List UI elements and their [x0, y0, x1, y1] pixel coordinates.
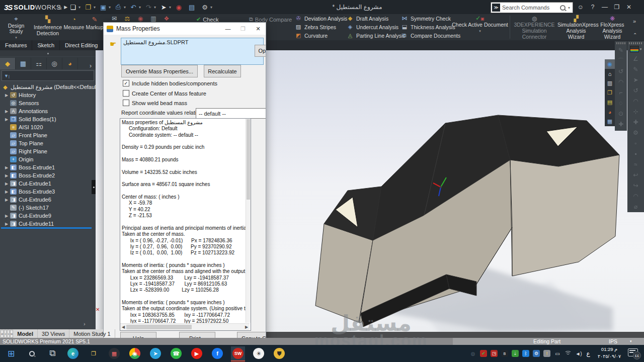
sw-running-icon[interactable]: ✔ [479, 349, 488, 357]
apply-scene-icon[interactable]: ◕ [393, 50, 404, 51]
appearance-swatch-button[interactable]: ▾ [627, 46, 644, 52]
telegram-icon[interactable]: ➤ [148, 346, 163, 360]
tree-filter-input[interactable]: ▼| [2, 70, 94, 81]
mass-properties-icon[interactable]: ⚖ [121, 15, 134, 22]
antivirus-shield-icon[interactable]: ⛊ [272, 346, 286, 360]
sensor-icon[interactable]: ◉ [134, 15, 147, 22]
bluetooth-icon[interactable]: ᛒ [522, 349, 530, 357]
undo-icon-caret[interactable]: ▾ [139, 5, 141, 10]
right-toolbar-a-button-5[interactable]: ◌ [615, 98, 627, 109]
section-view-icon[interactable]: ◫ [322, 50, 332, 51]
results-horizontal-scrollbar[interactable]: ◀ ▶ [120, 323, 250, 330]
new-file-icon-caret[interactable]: ▾ [78, 5, 80, 10]
tree-item-sensors[interactable]: ◎Sensors [4, 99, 39, 107]
file-explorer-tab[interactable]: ❐ [605, 88, 615, 98]
tab-direct-editing[interactable]: Direct Editing [60, 40, 103, 50]
view-orientation-icon[interactable]: ▣ [342, 50, 352, 51]
displaymanager-tab[interactable]: ◕ [62, 58, 78, 69]
rollback-bar[interactable] [1, 227, 92, 229]
expand-arrow-icon[interactable]: ▶ [4, 222, 9, 226]
right-toolbar-a-button-6[interactable]: ⊙ [615, 109, 627, 119]
print-icon[interactable]: ⎙ [112, 2, 125, 12]
right-toolbar-b-button-6[interactable]: ✚ [627, 117, 644, 128]
3dexperience-connector-button[interactable]: ◍ 3DEXPERIENCE Simulation Connector [512, 16, 556, 40]
scrollbar-thumb[interactable] [126, 325, 192, 329]
chrome-icon[interactable]: ◉ [128, 346, 142, 360]
ribbon-overflow-button[interactable]: » [633, 18, 636, 24]
view-palette-tab[interactable]: ▤ [605, 98, 615, 107]
expand-arrow-icon[interactable]: ▶ [4, 109, 9, 114]
settings-tray-icon[interactable]: ⚙ [532, 349, 540, 357]
right-toolbar-b-button-8[interactable]: ▫ [627, 138, 644, 149]
tree-item-cut-extrude6[interactable]: ▶◨Cut-Extrude6 [4, 196, 51, 204]
file-properties-icon[interactable]: ▤ [185, 2, 198, 12]
tree-item-origin[interactable]: +Origin [4, 155, 33, 163]
performance-evaluation-icon[interactable]: ▥ [147, 15, 160, 22]
tree-item-boss-extrude2[interactable]: ▶◧Boss-Extrude2 [4, 171, 55, 179]
right-toolbar-b-button-14[interactable]: ⌀ [627, 202, 644, 212]
task-view-button[interactable]: ⧉ [45, 346, 59, 360]
right-toolbar-a-button-2[interactable]: ↺ [615, 66, 627, 77]
right-toolbar-b-button-0[interactable]: ∠ [627, 54, 644, 64]
recalculate-button[interactable]: Recalculate [204, 65, 241, 77]
check-active-document-button[interactable]: ✓▣ Check Active Document ▾ [452, 15, 508, 33]
window-minimize-button[interactable]: — [599, 1, 611, 13]
save-icon[interactable]: ▣ [97, 2, 110, 12]
ribbon-item-curvature[interactable]: ◩Curvature [294, 32, 347, 39]
tree-item-annotations[interactable]: ▶AAnnotations [4, 107, 48, 115]
chatgpt-icon[interactable]: ✳ [252, 346, 266, 360]
right-toolbar-b-button-5[interactable]: ⊹ [627, 107, 644, 117]
right-toolbar-b-button-4[interactable]: ◠ [627, 96, 644, 107]
dialog-close-button[interactable]: ✕ [251, 23, 266, 34]
ribbon-item-draft-analysis[interactable]: ◆Draft Analysis [346, 15, 405, 22]
tree-item-top-plane[interactable]: ▱Top Plane [4, 139, 43, 147]
include-hidden-bodies-checkbox[interactable]: ✓Include hidden bodies/components [123, 80, 217, 86]
expand-arrow-icon[interactable]: ▶ [4, 214, 9, 218]
tree-item-boss-extrude1[interactable]: ▶◧Boss-Extrude1 [4, 163, 55, 171]
right-toolbar-a-button-3[interactable]: ◠ [615, 77, 627, 87]
window-restore-button[interactable]: ❐ [611, 1, 623, 13]
view-settings-icon[interactable]: ▭ [407, 50, 417, 51]
floxpress-wizard-button[interactable]: ❋ FloXpress Analysis Wizard [596, 16, 629, 40]
zoom-to-fit-icon[interactable]: ⊕ [292, 50, 302, 51]
results-vertical-scrollbar[interactable] [246, 119, 251, 323]
taskbar-search[interactable] [25, 346, 39, 360]
interference-detection-button[interactable]: ▚ Interference Detection [32, 14, 63, 40]
expand-arrow-icon[interactable]: ▶ [4, 117, 9, 122]
right-toolbar-b-button-1[interactable]: ✎ [627, 64, 644, 75]
file-explorer-icon[interactable]: ❐ [87, 346, 101, 360]
view-tab-3d-views[interactable]: 3D Views [38, 329, 69, 338]
design-study-button[interactable]: ⌖ Design Study▾ [1, 14, 31, 40]
curvature-comb-icon[interactable]: ❖ [160, 15, 173, 22]
units-indicator[interactable]: IPS [609, 338, 617, 344]
help-icon[interactable]: ? [587, 1, 599, 13]
tree-item-boss-extrude3[interactable]: ▶◧Boss-Extrude3 [4, 188, 55, 196]
panel-splitter[interactable] [0, 50, 96, 56]
redo-icon[interactable]: ↷ [142, 2, 155, 12]
options-gear-icon[interactable]: ⚙ [198, 2, 211, 12]
expand-arrow-icon[interactable]: ▶ [4, 93, 9, 98]
markup-ribbon-button[interactable]: ✎ Markup [85, 14, 105, 40]
redo-icon-caret[interactable]: ▾ [154, 5, 156, 10]
options-button[interactable]: Options... [255, 45, 266, 57]
right-toolbar-b-button-2[interactable]: ➤ [627, 75, 644, 85]
dimxpert-tab[interactable]: ◎ [47, 58, 62, 69]
youtube-icon[interactable]: ▶ [190, 346, 204, 360]
right-toolbar-b-button-7[interactable]: ⚙ [627, 128, 644, 138]
hide-show-items-icon[interactable]: ◔ [368, 50, 378, 51]
save-icon-caret[interactable]: ▾ [109, 5, 111, 10]
taskbar-clock[interactable]: 01:29 م ٢٠٢٥/٠٩/٠٧ [595, 346, 623, 361]
measure-button[interactable]: ◔ Measure [64, 14, 84, 40]
right-toolbar-b-button-11[interactable]: ↩ [627, 170, 644, 180]
previous-view-icon[interactable]: ↶ [312, 50, 322, 51]
configurationmanager-tab[interactable]: ⚏ [31, 58, 47, 69]
expand-arrow-icon[interactable]: ▶ [4, 173, 9, 178]
right-toolbar-a-button-4[interactable]: ⌐ [615, 87, 627, 98]
rebuild-traffic-light-icon[interactable]: ◉ [172, 2, 185, 12]
start-button[interactable]: ⊞ [4, 346, 18, 360]
search-icon[interactable] [560, 5, 566, 11]
propertymanager-tab[interactable]: ▦ [16, 58, 31, 69]
appearances-scenes-tab[interactable]: ◕ [605, 107, 615, 117]
custom-properties-tab[interactable]: ▦ [605, 117, 615, 126]
expand-arrow-icon[interactable]: ▶ [4, 165, 9, 170]
